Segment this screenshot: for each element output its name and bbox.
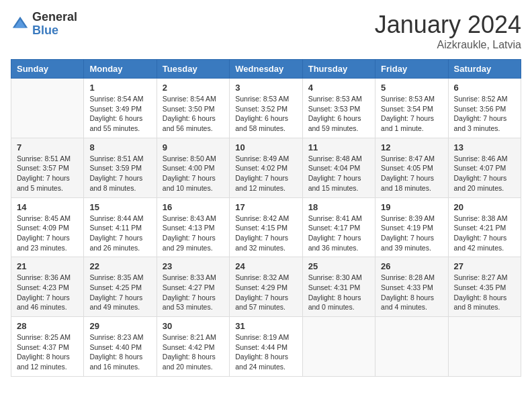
- weekday-header-row: SundayMondayTuesdayWednesdayThursdayFrid…: [11, 60, 521, 79]
- day-info: Sunrise: 8:49 AMSunset: 4:02 PMDaylight:…: [235, 154, 296, 193]
- calendar-cell: 6Sunrise: 8:52 AMSunset: 3:56 PMDaylight…: [448, 79, 521, 138]
- day-number: 22: [89, 261, 150, 271]
- day-number: 2: [163, 83, 224, 93]
- calendar-cell: 3Sunrise: 8:53 AMSunset: 3:52 PMDaylight…: [230, 79, 302, 138]
- calendar-cell: 9Sunrise: 8:50 AMSunset: 4:00 PMDaylight…: [157, 138, 229, 197]
- logo-text: General Blue: [32, 11, 77, 38]
- day-number: 16: [163, 202, 224, 212]
- calendar-cell: 29Sunrise: 8:23 AMSunset: 4:40 PMDayligh…: [84, 317, 157, 377]
- main-title: January 2024: [375, 11, 521, 39]
- day-number: 25: [308, 261, 369, 271]
- day-info: Sunrise: 8:33 AMSunset: 4:27 PMDaylight:…: [163, 273, 224, 312]
- calendar-cell: 17Sunrise: 8:42 AMSunset: 4:15 PMDayligh…: [230, 197, 302, 257]
- day-info: Sunrise: 8:42 AMSunset: 4:15 PMDaylight:…: [235, 214, 296, 253]
- day-number: 21: [17, 261, 78, 271]
- day-number: 6: [454, 83, 515, 93]
- calendar-week-row: 21Sunrise: 8:36 AMSunset: 4:23 PMDayligh…: [11, 257, 521, 317]
- day-info: Sunrise: 8:44 AMSunset: 4:11 PMDaylight:…: [89, 214, 150, 253]
- calendar-cell: 24Sunrise: 8:32 AMSunset: 4:29 PMDayligh…: [230, 257, 302, 317]
- calendar-cell: 28Sunrise: 8:25 AMSunset: 4:37 PMDayligh…: [11, 317, 84, 377]
- day-info: Sunrise: 8:53 AMSunset: 3:54 PMDaylight:…: [381, 94, 442, 134]
- day-number: 18: [308, 202, 369, 212]
- calendar-week-row: 7Sunrise: 8:51 AMSunset: 3:57 PMDaylight…: [11, 138, 521, 197]
- weekday-header-friday: Friday: [375, 60, 448, 79]
- day-info: Sunrise: 8:32 AMSunset: 4:29 PMDaylight:…: [235, 273, 296, 312]
- day-info: Sunrise: 8:46 AMSunset: 4:07 PMDaylight:…: [454, 154, 515, 193]
- calendar-cell: 22Sunrise: 8:35 AMSunset: 4:25 PMDayligh…: [84, 257, 157, 317]
- day-number: 1: [89, 83, 150, 93]
- day-info: Sunrise: 8:51 AMSunset: 3:59 PMDaylight:…: [89, 154, 150, 193]
- day-number: 26: [381, 261, 442, 271]
- calendar-table: SundayMondayTuesdayWednesdayThursdayFrid…: [11, 59, 521, 377]
- day-info: Sunrise: 8:23 AMSunset: 4:40 PMDaylight:…: [89, 332, 150, 372]
- day-number: 19: [381, 202, 442, 212]
- calendar-week-row: 28Sunrise: 8:25 AMSunset: 4:37 PMDayligh…: [11, 317, 521, 377]
- calendar-cell: 19Sunrise: 8:39 AMSunset: 4:19 PMDayligh…: [375, 197, 448, 257]
- calendar-cell: 7Sunrise: 8:51 AMSunset: 3:57 PMDaylight…: [11, 138, 84, 197]
- logo-blue: Blue: [32, 24, 77, 38]
- day-info: Sunrise: 8:27 AMSunset: 4:35 PMDaylight:…: [454, 273, 515, 312]
- calendar-cell: 11Sunrise: 8:48 AMSunset: 4:04 PMDayligh…: [302, 138, 375, 197]
- day-number: 20: [454, 202, 515, 212]
- day-number: 8: [89, 142, 150, 152]
- day-number: 14: [17, 202, 78, 212]
- day-number: 28: [17, 321, 78, 331]
- day-info: Sunrise: 8:21 AMSunset: 4:42 PMDaylight:…: [163, 332, 224, 372]
- day-info: Sunrise: 8:25 AMSunset: 4:37 PMDaylight:…: [17, 332, 78, 372]
- day-number: 24: [235, 261, 296, 271]
- weekday-header-monday: Monday: [84, 60, 157, 79]
- day-info: Sunrise: 8:28 AMSunset: 4:33 PMDaylight:…: [381, 273, 442, 312]
- day-info: Sunrise: 8:53 AMSunset: 3:53 PMDaylight:…: [308, 94, 369, 134]
- calendar-cell: 31Sunrise: 8:19 AMSunset: 4:44 PMDayligh…: [230, 317, 302, 377]
- day-info: Sunrise: 8:39 AMSunset: 4:19 PMDaylight:…: [381, 214, 442, 253]
- title-area: January 2024 Aizkraukle, Latvia: [375, 11, 521, 51]
- calendar-cell: 4Sunrise: 8:53 AMSunset: 3:53 PMDaylight…: [302, 79, 375, 138]
- calendar-week-row: 14Sunrise: 8:45 AMSunset: 4:09 PMDayligh…: [11, 197, 521, 257]
- day-number: 27: [454, 261, 515, 271]
- day-number: 30: [163, 321, 224, 331]
- calendar-cell: 10Sunrise: 8:49 AMSunset: 4:02 PMDayligh…: [230, 138, 302, 197]
- day-number: 7: [17, 142, 78, 152]
- day-info: Sunrise: 8:30 AMSunset: 4:31 PMDaylight:…: [308, 273, 369, 312]
- day-number: 3: [235, 83, 296, 93]
- day-info: Sunrise: 8:43 AMSunset: 4:13 PMDaylight:…: [163, 214, 224, 253]
- calendar-cell: 16Sunrise: 8:43 AMSunset: 4:13 PMDayligh…: [157, 197, 229, 257]
- day-info: Sunrise: 8:52 AMSunset: 3:56 PMDaylight:…: [454, 94, 515, 134]
- calendar-header: SundayMondayTuesdayWednesdayThursdayFrid…: [11, 60, 521, 79]
- day-number: 15: [89, 202, 150, 212]
- calendar-cell: 2Sunrise: 8:54 AMSunset: 3:50 PMDaylight…: [157, 79, 229, 138]
- weekday-header-saturday: Saturday: [448, 60, 521, 79]
- calendar-cell: [375, 317, 448, 377]
- day-info: Sunrise: 8:35 AMSunset: 4:25 PMDaylight:…: [89, 273, 150, 312]
- calendar-cell: 12Sunrise: 8:47 AMSunset: 4:05 PMDayligh…: [375, 138, 448, 197]
- logo-icon: [11, 15, 30, 34]
- page-header: General Blue January 2024 Aizkraukle, La…: [11, 11, 521, 51]
- calendar-cell: 18Sunrise: 8:41 AMSunset: 4:17 PMDayligh…: [302, 197, 375, 257]
- day-info: Sunrise: 8:48 AMSunset: 4:04 PMDaylight:…: [308, 154, 369, 193]
- calendar-cell: 25Sunrise: 8:30 AMSunset: 4:31 PMDayligh…: [302, 257, 375, 317]
- weekday-header-sunday: Sunday: [11, 60, 84, 79]
- day-number: 12: [381, 142, 442, 152]
- day-info: Sunrise: 8:54 AMSunset: 3:49 PMDaylight:…: [89, 94, 150, 134]
- logo-general: General: [32, 11, 77, 24]
- calendar-body: 1Sunrise: 8:54 AMSunset: 3:49 PMDaylight…: [11, 79, 521, 377]
- calendar-cell: 30Sunrise: 8:21 AMSunset: 4:42 PMDayligh…: [157, 317, 229, 377]
- calendar-week-row: 1Sunrise: 8:54 AMSunset: 3:49 PMDaylight…: [11, 79, 521, 138]
- calendar-cell: 14Sunrise: 8:45 AMSunset: 4:09 PMDayligh…: [11, 197, 84, 257]
- day-number: 23: [163, 261, 224, 271]
- day-info: Sunrise: 8:38 AMSunset: 4:21 PMDaylight:…: [454, 214, 515, 253]
- day-number: 5: [381, 83, 442, 93]
- day-number: 10: [235, 142, 296, 152]
- weekday-header-wednesday: Wednesday: [230, 60, 302, 79]
- calendar-cell: 5Sunrise: 8:53 AMSunset: 3:54 PMDaylight…: [375, 79, 448, 138]
- logo: General Blue: [11, 11, 77, 38]
- day-number: 31: [235, 321, 296, 331]
- calendar-cell: [448, 317, 521, 377]
- calendar-cell: 15Sunrise: 8:44 AMSunset: 4:11 PMDayligh…: [84, 197, 157, 257]
- day-info: Sunrise: 8:50 AMSunset: 4:00 PMDaylight:…: [163, 154, 224, 193]
- subtitle: Aizkraukle, Latvia: [375, 39, 521, 51]
- calendar-cell: 21Sunrise: 8:36 AMSunset: 4:23 PMDayligh…: [11, 257, 84, 317]
- weekday-header-tuesday: Tuesday: [157, 60, 229, 79]
- weekday-header-thursday: Thursday: [302, 60, 375, 79]
- calendar-cell: 23Sunrise: 8:33 AMSunset: 4:27 PMDayligh…: [157, 257, 229, 317]
